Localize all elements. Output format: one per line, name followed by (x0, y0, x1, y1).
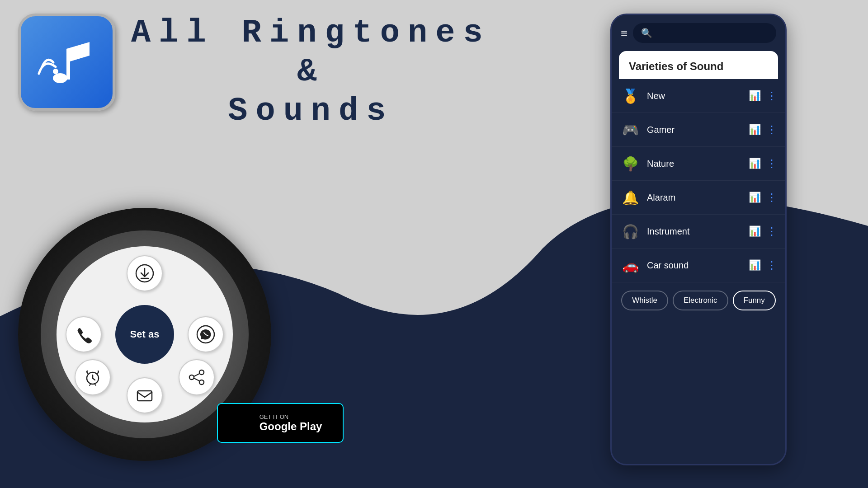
set-as-button[interactable]: Set as (115, 305, 174, 364)
varieties-card: Varieties of Sound (619, 51, 778, 79)
sound-item-label: New (647, 91, 749, 101)
svg-point-3 (53, 69, 58, 74)
sound-list: 🏅 New 📊 ⋮ 🎮 Gamer 📊 ⋮ 🌳 Nature 📊 ⋮ (612, 79, 785, 282)
instrument-icon: 🎧 (620, 221, 641, 242)
sound-item-label: Instrument (647, 226, 749, 237)
hamburger-menu[interactable]: ≡ (621, 26, 627, 40)
svg-line-9 (93, 378, 95, 380)
new-icon: 🏅 (620, 85, 641, 106)
bars-icon: 📊 (749, 158, 761, 169)
more-options[interactable]: ⋮ (766, 259, 777, 272)
app-icon (18, 14, 115, 111)
svg-point-14 (189, 375, 194, 380)
search-bar[interactable]: 🔍 (633, 23, 776, 43)
bottom-tabs: Whistle Electronic Funny (612, 282, 785, 319)
google-play-badge[interactable]: ▶ GET IT ON Google Play (217, 403, 344, 443)
download-button[interactable] (127, 255, 163, 291)
tab-whistle[interactable]: Whistle (621, 291, 668, 310)
list-item[interactable]: 🎮 Gamer 📊 ⋮ (612, 113, 785, 147)
svg-point-13 (199, 370, 204, 375)
app-title: All Ringtones & Sounds (131, 14, 491, 131)
bars-icon: 📊 (749, 90, 761, 102)
svg-point-1 (53, 73, 67, 83)
play-icon: ▶ (239, 412, 254, 435)
alarm-button[interactable] (75, 359, 111, 395)
list-item[interactable]: 🌳 Nature 📊 ⋮ (612, 147, 785, 181)
svg-rect-12 (137, 391, 152, 401)
svg-line-16 (194, 374, 199, 376)
svg-line-17 (194, 378, 199, 381)
sound-item-label: Alaram (647, 192, 749, 203)
nature-icon: 🌳 (620, 153, 641, 174)
list-item[interactable]: 🚗 Car sound 📊 ⋮ (612, 249, 785, 282)
google-play-text: GET IT ON Google Play (259, 413, 322, 433)
varieties-title: Varieties of Sound (629, 60, 768, 73)
list-item[interactable]: 🎧 Instrument 📊 ⋮ (612, 215, 785, 249)
list-item[interactable]: 🏅 New 📊 ⋮ (612, 79, 785, 113)
tab-electronic[interactable]: Electronic (673, 291, 728, 310)
more-options[interactable]: ⋮ (766, 123, 777, 136)
list-item[interactable]: 🔔 Alaram 📊 ⋮ (612, 181, 785, 215)
share-button[interactable] (179, 359, 215, 395)
bars-icon: 📊 (749, 124, 761, 136)
sound-item-label: Car sound (647, 260, 749, 271)
gamer-icon: 🎮 (620, 119, 641, 140)
whatsapp-button[interactable] (188, 316, 224, 352)
sound-item-label: Gamer (647, 125, 749, 135)
alarm-icon: 🔔 (620, 187, 641, 208)
more-options[interactable]: ⋮ (766, 225, 777, 238)
bars-icon: 📊 (749, 192, 761, 203)
svg-point-15 (199, 380, 204, 385)
tab-funny[interactable]: Funny (733, 291, 776, 310)
phone-button[interactable] (66, 316, 102, 352)
bars-icon: 📊 (749, 259, 761, 271)
sound-item-label: Nature (647, 159, 749, 169)
email-button[interactable] (127, 377, 163, 413)
more-options[interactable]: ⋮ (766, 191, 777, 204)
car-icon: 🚗 (620, 255, 641, 276)
search-icon: 🔍 (641, 28, 652, 38)
phone-mockup: ≡ 🔍 Varieties of Sound 🏅 New 📊 ⋮ 🎮 Gamer… (610, 14, 787, 465)
phone-header: ≡ 🔍 (612, 15, 785, 51)
more-options[interactable]: ⋮ (766, 89, 777, 102)
bars-icon: 📊 (749, 225, 761, 237)
more-options[interactable]: ⋮ (766, 157, 777, 170)
